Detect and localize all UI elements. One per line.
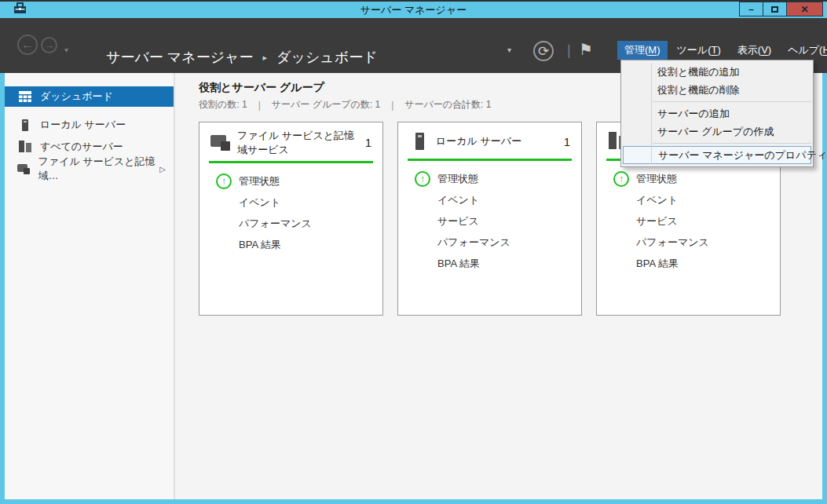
menu-tools[interactable]: ツール(T)	[670, 41, 728, 60]
sidebar-item-file-storage-services[interactable]: ファイル サービスと記憶域… ▷	[5, 158, 174, 180]
card-row-events[interactable]: イベント	[597, 189, 780, 210]
sidebar-item-label: すべてのサーバー	[40, 140, 123, 154]
menu-item-create-server-group[interactable]: サーバー グループの作成	[621, 122, 813, 141]
card-row-services[interactable]: サービス	[398, 210, 581, 232]
section-title: 役割とサーバー グループ	[199, 81, 324, 95]
sidebar-item-label: ファイル サービスと記憶域…	[38, 155, 160, 183]
menu-item-remove-roles-features[interactable]: 役割と機能の削除	[621, 81, 813, 99]
refresh-icon: ⟳	[538, 43, 549, 60]
menu-item-add-servers[interactable]: サーバーの追加	[621, 104, 813, 122]
card-header[interactable]: ファイル サービスと記憶域サービス 1	[199, 122, 382, 159]
dashboard-icon	[16, 91, 33, 102]
maximize-button[interactable]	[763, 2, 787, 16]
stat-total-servers: サーバーの合計数: 1	[404, 98, 491, 111]
breadcrumb-separator-icon: ▸	[263, 53, 268, 63]
card-row-bpa-results[interactable]: BPA 結果	[597, 253, 780, 274]
stat-roles: 役割の数: 1	[199, 98, 247, 111]
sidebar-item-local-server[interactable]: ローカル サーバー	[5, 114, 174, 136]
server-manager-window: サーバー マネージャー – ✕ ← → ▾ サーバー マネージャー ▸ ダッシュ…	[0, 0, 827, 504]
back-icon: ←	[21, 38, 34, 52]
stat-divider: |	[258, 100, 261, 111]
window-title: サーバー マネージャー	[0, 3, 827, 17]
breadcrumb-root[interactable]: サーバー マネージャー	[106, 48, 254, 67]
card-row-events[interactable]: イベント	[398, 189, 581, 210]
menu-item-server-manager-properties[interactable]: サーバー マネージャーのプロパティ	[623, 146, 811, 164]
minimize-button[interactable]: –	[739, 2, 763, 16]
card-row-manageability[interactable]: ↑ 管理状態	[199, 170, 382, 192]
card-row-bpa-results[interactable]: BPA 結果	[398, 253, 581, 274]
card-row-events[interactable]: イベント	[199, 192, 382, 213]
refresh-button[interactable]: ⟳	[533, 41, 554, 61]
menu-bar: 管理(M) ツール(T) 表示(V) ヘルプ(H)	[617, 41, 827, 60]
history-dropdown-icon[interactable]: ▾	[64, 46, 68, 54]
menu-separator	[653, 143, 811, 144]
menu-manage[interactable]: 管理(M)	[617, 41, 668, 60]
menu-separator	[653, 101, 811, 102]
card-row-manageability[interactable]: ↑ 管理状態	[597, 168, 780, 189]
card-row-manageability[interactable]: ↑ 管理状態	[398, 168, 581, 189]
summary-stats: 役割の数: 1 | サーバー グループの数: 1 | サーバーの合計数: 1	[199, 98, 491, 111]
toolbar-divider: |	[567, 42, 571, 59]
stat-server-groups: サーバー グループの数: 1	[272, 98, 380, 111]
card-title: ローカル サーバー	[431, 134, 521, 148]
card-count: 1	[360, 136, 371, 149]
notifications-flag-icon[interactable]: ⚑	[579, 40, 593, 59]
menu-view[interactable]: 表示(V)	[730, 41, 778, 60]
manage-dropdown-menu: 役割と機能の追加 役割と機能の削除 サーバーの追加 サーバー グループの作成 サ…	[620, 60, 814, 167]
manageability-ok-icon: ↑	[415, 171, 430, 187]
back-button[interactable]: ←	[17, 35, 38, 55]
sidebar-item-dashboard[interactable]: ダッシュボード	[5, 86, 174, 107]
all-servers-icon	[16, 141, 33, 153]
manageability-ok-icon: ↑	[216, 173, 232, 189]
sidebar-item-label: ローカル サーバー	[40, 118, 126, 132]
card-count: 1	[559, 135, 570, 148]
maximize-icon	[771, 6, 778, 13]
sidebar-item-label: ダッシュボード	[40, 89, 113, 104]
card-title: ファイル サービスと記憶域サービス	[232, 129, 360, 156]
close-button[interactable]: ✕	[786, 2, 823, 16]
sidebar: ダッシュボード ローカル サーバー すべてのサーバー ファイル サービスと記憶域…	[5, 73, 175, 499]
card-row-performance[interactable]: パフォーマンス	[199, 213, 382, 234]
manageability-ok-icon: ↑	[613, 171, 629, 187]
local-server-icon	[408, 133, 431, 150]
close-icon: ✕	[800, 4, 808, 15]
breadcrumb: サーバー マネージャー ▸ ダッシュボード	[106, 48, 378, 67]
card-row-performance[interactable]: パフォーマンス	[597, 232, 780, 253]
forward-button[interactable]: →	[41, 37, 57, 53]
stat-divider: |	[391, 100, 393, 111]
expand-arrow-icon[interactable]: ▷	[159, 165, 166, 173]
card-row-services[interactable]: サービス	[597, 210, 780, 232]
file-storage-icon	[16, 163, 31, 175]
forward-icon: →	[44, 39, 54, 51]
window-controls: – ✕	[740, 2, 823, 16]
minimize-icon: –	[748, 4, 754, 15]
card-file-storage-services: ファイル サービスと記憶域サービス 1 ↑ 管理状態 イベント	[199, 122, 383, 316]
local-server-icon	[16, 119, 33, 131]
breadcrumb-current[interactable]: ダッシュボード	[276, 48, 378, 67]
card-row-performance[interactable]: パフォーマンス	[398, 232, 581, 253]
menu-help[interactable]: ヘルプ(H)	[781, 41, 827, 60]
card-header[interactable]: ローカル サーバー 1	[398, 122, 581, 157]
card-row-bpa-results[interactable]: BPA 結果	[199, 234, 382, 255]
card-local-server: ローカル サーバー 1 ↑ 管理状態 イベント	[397, 122, 582, 316]
scope-dropdown-icon[interactable]: ▾	[507, 46, 511, 54]
file-storage-icon	[209, 133, 232, 152]
title-bar: サーバー マネージャー – ✕	[0, 0, 827, 18]
menu-item-add-roles-features[interactable]: 役割と機能の追加	[621, 63, 813, 81]
